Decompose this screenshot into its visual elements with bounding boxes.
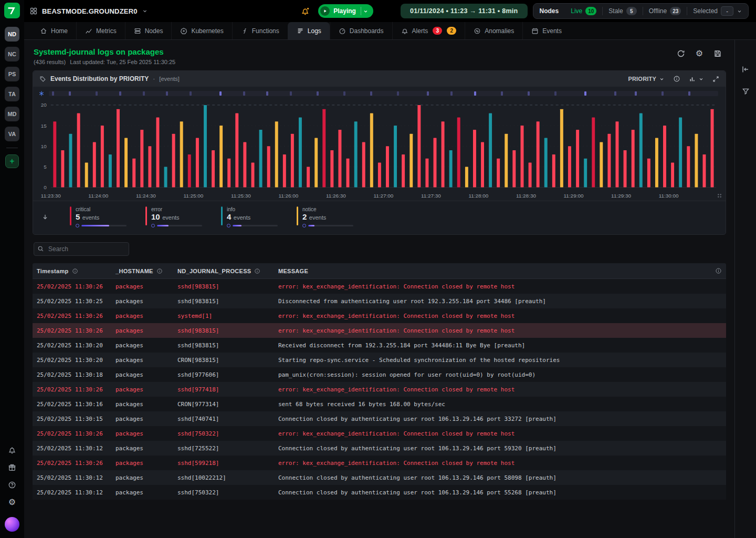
cell-message: Received disconnect from 192.3.255.184 p… bbox=[278, 342, 706, 349]
cell-process: sshd[983815] bbox=[177, 298, 278, 305]
table-row[interactable]: 25/02/2025 11:30:12packagessshd[10022212… bbox=[33, 470, 726, 485]
rail-bottom: ⚙ bbox=[5, 446, 19, 532]
table-info-icon[interactable] bbox=[715, 267, 722, 274]
table-row[interactable]: 25/02/2025 11:30:26packagessshd[977418]e… bbox=[33, 382, 726, 397]
chart-info-icon[interactable] bbox=[673, 75, 680, 82]
priority-dropdown[interactable]: PRIORITY bbox=[628, 76, 665, 82]
space-item-md[interactable]: MD bbox=[5, 107, 19, 121]
cell-timestamp: 25/02/2025 11:30:26 bbox=[37, 460, 116, 467]
cell-hostname: packages bbox=[116, 401, 177, 408]
save-button[interactable] bbox=[713, 49, 722, 58]
info-icon[interactable] bbox=[156, 268, 163, 274]
info-icon[interactable] bbox=[254, 268, 260, 274]
collapse-panel-icon[interactable] bbox=[741, 65, 750, 74]
refresh-button[interactable] bbox=[677, 49, 685, 58]
news-bell-icon[interactable] bbox=[301, 7, 310, 16]
space-item-nd[interactable]: ND bbox=[5, 27, 19, 42]
svg-text:11:27:30: 11:27:30 bbox=[421, 193, 441, 199]
workspace-switcher[interactable]: BEASTMODE.GROUNDZER0 bbox=[29, 7, 148, 15]
column-message[interactable]: MESSAGE bbox=[278, 268, 706, 274]
tab-functions[interactable]: Functions bbox=[232, 22, 288, 39]
tab-events[interactable]: Events bbox=[522, 22, 570, 39]
tab-nodes[interactable]: Nodes bbox=[125, 22, 172, 39]
chevron-down-icon[interactable] bbox=[361, 7, 371, 15]
nodes-live-filter[interactable]: Live 10 bbox=[565, 4, 602, 18]
cell-timestamp: 25/02/2025 11:30:20 bbox=[37, 357, 116, 364]
table-row[interactable]: 25/02/2025 11:30:20packagessshd[983815]R… bbox=[33, 338, 726, 353]
gift-icon[interactable] bbox=[8, 463, 16, 472]
metrics-icon bbox=[85, 27, 92, 35]
netdata-logo-icon[interactable] bbox=[4, 3, 20, 18]
legend-item-info[interactable]: info 4 events bbox=[221, 206, 278, 227]
column-process[interactable]: ND_JOURNAL_PROCESS bbox=[177, 268, 278, 274]
table-row[interactable]: 25/02/2025 11:30:25packagessshd[983815]D… bbox=[33, 294, 726, 308]
chart-type-dropdown[interactable] bbox=[689, 76, 704, 82]
cell-hostname: packages bbox=[116, 460, 177, 467]
legend-item-error[interactable]: error 10 events bbox=[145, 206, 202, 227]
table-row[interactable]: 25/02/2025 11:30:26packagessystemd[1]err… bbox=[33, 308, 726, 323]
table-row[interactable]: 25/02/2025 11:30:26packagessshd[983815]e… bbox=[33, 323, 726, 338]
space-item-ps[interactable]: PS bbox=[5, 67, 19, 81]
cell-message: error: kex_exchange_identification: Conn… bbox=[278, 460, 706, 467]
nodes-stale-filter[interactable]: Stale 5 bbox=[603, 4, 642, 18]
date-range-picker[interactable]: 01/11/2024 • 11:23 → 11:31 • 8min bbox=[401, 4, 528, 18]
last-updated: Last updated: Tue, 25 Feb 2025 11:30:25 bbox=[70, 59, 175, 65]
chart-header: Events Distribution by PRIORITY · [event… bbox=[33, 71, 726, 87]
cell-process: sshd[725522] bbox=[177, 445, 278, 452]
notifications-bell-icon[interactable] bbox=[8, 446, 16, 454]
table-row[interactable]: 25/02/2025 11:30:26packagessshd[983815]e… bbox=[33, 279, 726, 294]
nodes-selected-dropdown[interactable]: Selected - bbox=[687, 4, 748, 18]
cell-process: sshd[10022212] bbox=[177, 474, 278, 481]
column-timestamp[interactable]: Timestamp bbox=[37, 268, 116, 274]
filter-icon[interactable] bbox=[742, 87, 750, 95]
anomaly-rate-icon[interactable] bbox=[38, 90, 45, 97]
legend-item-notice[interactable]: notice 2 events bbox=[297, 206, 353, 227]
svg-text:11:23:30: 11:23:30 bbox=[41, 193, 61, 199]
page-settings-button[interactable]: ⚙ bbox=[696, 49, 703, 58]
svg-text:11:29:30: 11:29:30 bbox=[611, 193, 631, 199]
column-hostname[interactable]: _HOSTNAME bbox=[116, 268, 177, 274]
tab-kubernetes[interactable]: Kubernetes bbox=[171, 22, 232, 39]
info-icon[interactable] bbox=[72, 268, 78, 274]
app-root: NDNCPSTAMDVA + ⚙ BEASTMODE.GROUNDZER0 Pl… bbox=[0, 0, 756, 538]
legend-swatch bbox=[145, 206, 147, 225]
tab-metrics[interactable]: Metrics bbox=[76, 22, 125, 39]
legend-swatch bbox=[221, 206, 223, 225]
space-item-nc[interactable]: NC bbox=[5, 47, 19, 61]
table-row[interactable]: 25/02/2025 11:30:26packagessshd[750322]e… bbox=[33, 426, 726, 441]
space-item-ta[interactable]: TA bbox=[5, 87, 19, 101]
tab-alerts[interactable]: Alerts32 bbox=[392, 22, 465, 39]
add-space-button[interactable]: + bbox=[5, 154, 19, 168]
chart-resize-handle[interactable] bbox=[717, 193, 722, 198]
legend-item-critical[interactable]: critical 5 events bbox=[70, 206, 127, 227]
rail-divider bbox=[6, 148, 18, 148]
page-title: Systemd-journal logs on packages bbox=[34, 47, 175, 56]
table-row[interactable]: 25/02/2025 11:30:15packagessshd[740741]C… bbox=[33, 411, 726, 426]
nodes-label: Nodes bbox=[533, 7, 565, 15]
svg-text:11:28:30: 11:28:30 bbox=[516, 193, 536, 199]
space-item-va[interactable]: VA bbox=[5, 127, 19, 141]
table-row[interactable]: 25/02/2025 11:30:20packagesCRON[983815]S… bbox=[33, 353, 726, 367]
anomaly-strip[interactable] bbox=[49, 91, 718, 96]
playback-control[interactable]: Playing bbox=[318, 4, 373, 18]
main-content: Systemd-journal logs on packages (436 re… bbox=[24, 40, 734, 538]
cell-hostname: packages bbox=[116, 342, 177, 349]
table-row[interactable]: 25/02/2025 11:30:26packagessshd[599218]e… bbox=[33, 456, 726, 470]
settings-gear-icon[interactable]: ⚙ bbox=[8, 498, 16, 506]
tab-home[interactable]: Home bbox=[32, 22, 76, 39]
table-row[interactable]: 25/02/2025 11:30:12packagessshd[725522]C… bbox=[33, 441, 726, 456]
tab-dashboards[interactable]: Dashboards bbox=[330, 22, 392, 39]
nodes-offline-filter[interactable]: Offline 23 bbox=[643, 4, 687, 18]
tab-anomalies[interactable]: Anomalies bbox=[465, 22, 522, 39]
table-row[interactable]: 25/02/2025 11:30:12packagessshd[750322]C… bbox=[33, 485, 726, 500]
chart-plot[interactable]: 0510152011:23:3011:24:0011:24:3011:25:00… bbox=[33, 98, 726, 201]
fullscreen-icon[interactable] bbox=[712, 76, 719, 82]
help-icon[interactable] bbox=[8, 481, 16, 489]
search-input[interactable] bbox=[34, 242, 129, 256]
table-row[interactable]: 25/02/2025 11:30:16packagesCRON[977314]s… bbox=[33, 397, 726, 411]
tab-logs[interactable]: Logs bbox=[288, 22, 330, 39]
alerts-count-badge: 3 bbox=[433, 27, 442, 35]
table-row[interactable]: 25/02/2025 11:30:18packagessshd[977606]p… bbox=[33, 367, 726, 382]
sort-descending-icon[interactable] bbox=[39, 213, 51, 221]
user-avatar[interactable] bbox=[5, 517, 19, 532]
